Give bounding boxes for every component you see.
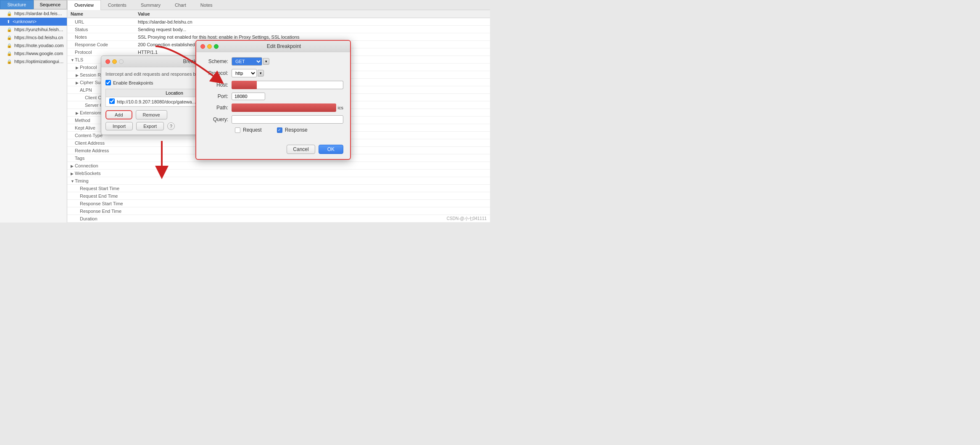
prop-row-status[interactable]: Status Sending request body...: [67, 26, 490, 33]
sidebar: Structure Sequence 🔒 https://slardar-bd.…: [0, 0, 67, 222]
edit-bp-titlebar: Edit Breakpoint: [196, 41, 350, 52]
edit-breakpoint-dialog[interactable]: Edit Breakpoint Scheme: GET POST PUT DEL…: [195, 40, 351, 160]
minimize-button[interactable]: [112, 59, 117, 64]
protocol-label: Protocol:: [203, 70, 228, 76]
tab-contents[interactable]: Contents: [101, 0, 134, 10]
request-checkbox-row: Request: [235, 127, 262, 133]
arrow-up-icon: ⬆: [7, 19, 10, 24]
scheme-arrow[interactable]: ▾: [263, 58, 269, 65]
header-name: Name: [71, 11, 138, 16]
expand-ext[interactable]: [76, 111, 80, 115]
tab-sequence[interactable]: Sequence: [34, 0, 67, 9]
sidebar-item-3[interactable]: 🔒 https://mcs-bd.feishu.cn: [0, 34, 67, 42]
expand-session[interactable]: [76, 73, 80, 77]
close-button[interactable]: [105, 59, 110, 64]
query-row: Query:: [203, 115, 343, 124]
sidebar-items: 🔒 https://slardar-bd.feishu.cn ⬆ <unknow…: [0, 10, 67, 222]
prop-row-resp-end[interactable]: Response End Time: [67, 207, 490, 215]
lock-icon-4: 🔒: [7, 43, 12, 48]
edit-bp-title: Edit Breakpoint: [222, 43, 346, 49]
tab-notes[interactable]: Notes: [193, 0, 220, 10]
expand-timing[interactable]: [71, 179, 75, 183]
host-empty-region[interactable]: [257, 81, 343, 89]
host-input-group: [232, 81, 343, 89]
host-label: Host:: [203, 82, 228, 88]
prop-row-resp-start[interactable]: Response Start Time: [67, 200, 490, 207]
lock-icon-3: 🔒: [7, 35, 12, 40]
edit-traffic-lights: [200, 44, 219, 49]
sidebar-item-0[interactable]: 🔒 https://slardar-bd.feishu.cn: [0, 10, 67, 18]
response-label: Response: [285, 127, 308, 133]
path-filled-region: [232, 103, 336, 112]
traffic-lights: [105, 59, 124, 64]
prop-table-header: Name Value: [67, 10, 490, 18]
protocol-select[interactable]: http https: [232, 69, 257, 77]
edit-minimize-button[interactable]: [207, 44, 212, 49]
edit-bp-body: Scheme: GET POST PUT DELETE ▾ Protocol: …: [196, 52, 350, 141]
req-resp-row: Request ✓ Response: [203, 127, 343, 133]
scheme-select[interactable]: GET POST PUT DELETE: [232, 57, 262, 66]
export-button[interactable]: Export: [136, 122, 164, 130]
prop-row-websockets[interactable]: WebSockets: [67, 170, 490, 177]
lock-icon-5: 🔒: [7, 51, 12, 56]
path-control: ics: [232, 103, 343, 112]
tab-overview[interactable]: Overview: [67, 0, 101, 10]
header-value: Value: [138, 11, 487, 16]
sidebar-item-6[interactable]: 🔒 https://optimizationguide-pa.googleapi…: [0, 58, 67, 66]
request-checkbox[interactable]: [235, 127, 240, 133]
add-button[interactable]: Add: [105, 110, 132, 119]
path-label: Path:: [203, 105, 228, 111]
sidebar-item-1[interactable]: ⬆ <unknown>: [0, 18, 67, 26]
expand-conn[interactable]: [71, 164, 75, 168]
protocol-arrow[interactable]: ▾: [258, 70, 264, 77]
edit-close-button[interactable]: [200, 44, 205, 49]
expand-tls[interactable]: [71, 58, 75, 62]
port-row: Port:: [203, 93, 343, 100]
bp-row-check-0[interactable]: [109, 98, 117, 105]
port-input[interactable]: [232, 93, 265, 100]
tab-chart[interactable]: Chart: [168, 0, 193, 10]
expand-tls-proto[interactable]: [76, 66, 80, 70]
prop-row-req-start[interactable]: Request Start Time: [67, 185, 490, 192]
sidebar-tabs: Structure Sequence: [0, 0, 67, 10]
expand-cipher[interactable]: [76, 81, 80, 85]
help-button[interactable]: ?: [167, 122, 175, 130]
scheme-control: GET POST PUT DELETE ▾: [232, 57, 343, 66]
edit-cancel-button[interactable]: Cancel: [287, 145, 315, 154]
prop-row-timing[interactable]: Timing: [67, 177, 490, 185]
response-checkbox[interactable]: ✓: [277, 127, 282, 133]
scheme-row: Scheme: GET POST PUT DELETE ▾: [203, 57, 343, 66]
path-suffix: ics: [338, 105, 343, 110]
edit-ok-button[interactable]: OK: [319, 145, 343, 154]
enable-breakpoints-checkbox[interactable]: [105, 80, 111, 85]
query-label: Query:: [203, 117, 228, 122]
edit-maximize-button[interactable]: [214, 44, 219, 49]
port-label: Port:: [203, 93, 228, 99]
prop-row-duration[interactable]: Duration: [67, 215, 490, 222]
bottom-bar: CSDN-@小七041111: [443, 215, 490, 222]
scheme-label: Scheme:: [203, 58, 228, 64]
maximize-button[interactable]: [119, 59, 124, 64]
protocol-row: Protocol: http https ▾: [203, 69, 343, 77]
expand-ws[interactable]: [71, 172, 75, 176]
query-input[interactable]: [232, 115, 343, 124]
lock-icon-6: 🔒: [7, 59, 12, 64]
tab-bar: Overview Contents Summary Chart Notes: [67, 0, 490, 10]
request-label: Request: [243, 127, 262, 133]
tab-structure[interactable]: Structure: [0, 0, 34, 9]
prop-row-url[interactable]: URL https://slardar-bd.feishu.cn: [67, 18, 490, 26]
path-row: Path: ics: [203, 103, 343, 112]
response-checkbox-row: ✓ Response: [277, 127, 308, 133]
prop-row-req-end[interactable]: Request End Time: [67, 192, 490, 200]
tab-summary[interactable]: Summary: [134, 0, 168, 10]
sidebar-item-2[interactable]: 🔒 https://yunzhihui.feishu.cn: [0, 26, 67, 34]
enable-breakpoints-label: Enable Breakpoints: [113, 80, 153, 85]
sidebar-item-4[interactable]: 🔒 https://note.youdao.com: [0, 42, 67, 50]
remove-button[interactable]: Remove: [136, 110, 167, 119]
sidebar-item-5[interactable]: 🔒 https://www.google.com: [0, 50, 67, 58]
lock-icon-0: 🔒: [7, 11, 12, 16]
lock-icon-2: 🔒: [7, 27, 12, 32]
prop-row-connection[interactable]: Connection: [67, 162, 490, 170]
import-button[interactable]: Import: [105, 122, 133, 130]
host-filled-region: [232, 81, 257, 89]
